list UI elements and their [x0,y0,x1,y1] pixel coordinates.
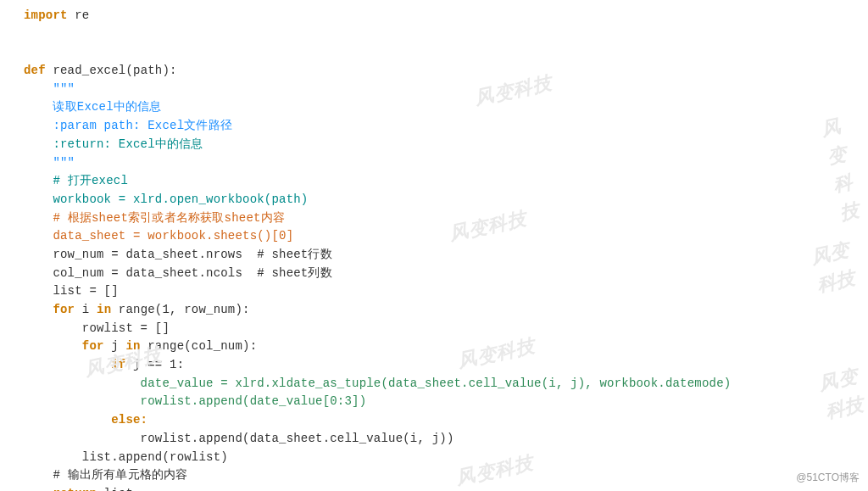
cond-j1: j == 1: [125,358,184,371]
loop-var-j: j [104,339,126,353]
keyword-import: import [24,8,68,22]
code-append-date: rowlist.append(date_value[0:3]) [24,394,366,408]
loop-var-i: i [75,303,97,316]
docstring-line: 读取Excel中的信息 [24,100,162,114]
docstring-return: :return: Excel中的信息 [24,137,203,151]
range-rows: range(1, row_num): [111,303,249,316]
code-block: import re def read_excel(path): """ 读取Ex… [0,0,868,491]
docstring-line: :param path: Excel文件路径 [24,119,232,132]
keyword-for: for [24,339,104,353]
return-value: list [97,487,133,491]
code-col-num: col_num = data_sheet.ncols [24,266,257,280]
comment-cols: # sheet列数 [257,266,332,280]
code-row-num: row_num = data_sheet.nrows [24,248,257,261]
keyword-for: for [24,303,75,316]
comment-open-excel: # 打开execl [24,174,128,187]
code-append-cell: rowlist.append(data_sheet.cell_value(i, … [24,432,453,445]
func-signature: read_excel(path): [46,64,177,77]
docstring-close: """ [24,156,75,170]
keyword-if: if [24,358,125,371]
docstring-open: """ [24,82,75,96]
code-append-rowlist: list.append(rowlist) [24,450,228,464]
keyword-def: def [24,64,46,77]
keyword-in: in [97,303,111,316]
range-cols: range(col_num): [141,339,258,353]
credit-text: @51CTO博客 [796,470,860,486]
code-list-init: list = [] [24,284,119,298]
code-open-workbook: workbook = xlrd.open_workbook(path) [24,192,308,206]
keyword-return: return [24,487,97,491]
keyword-else: else: [24,413,147,427]
comment-output: # 输出所有单元格的内容 [24,468,188,482]
code-rowlist-init: rowlist = [] [24,321,170,335]
module-name: re [68,8,90,22]
code-sheets-index: data_sheet = workbook.sheets()[0] [24,229,293,243]
comment-rows: # sheet行数 [257,248,332,261]
code-date-value: date_value = xlrd.xldate_as_tuple(data_s… [24,377,731,390]
keyword-in: in [125,339,140,353]
comment-sheet: # 根据sheet索引或者名称获取sheet内容 [24,211,285,225]
